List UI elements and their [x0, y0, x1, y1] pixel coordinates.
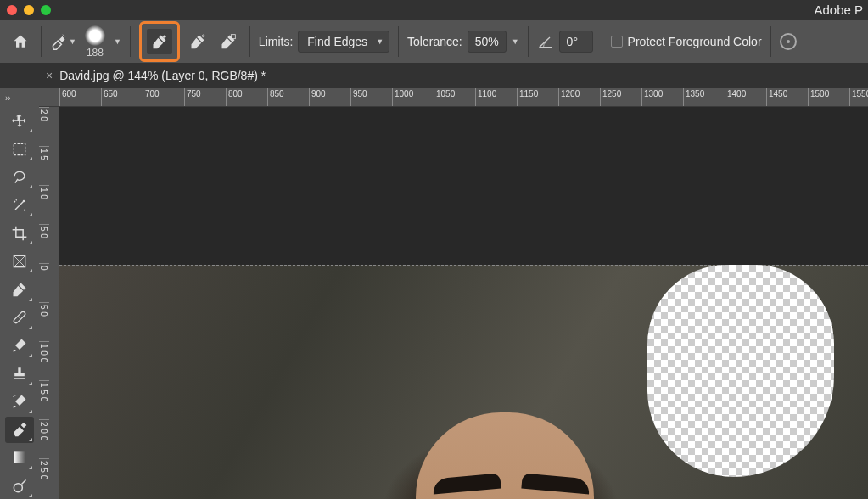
ruler-vertical[interactable]: 2 01 51 05 005 01 0 01 5 02 0 02 5 0 [39, 107, 59, 499]
wand-icon [11, 197, 28, 214]
ruler-tick: 1000 [392, 88, 434, 106]
healing-brush-tool[interactable] [5, 305, 34, 331]
divider [602, 26, 602, 57]
title-bar: Adobe P [0, 0, 868, 20]
ruler-tick: 1 5 0 [39, 380, 49, 419]
sampling-continuous-button[interactable] [147, 29, 172, 54]
pressure-size-button[interactable] [780, 33, 797, 50]
ruler-origin[interactable] [39, 88, 59, 107]
marquee-tool[interactable] [5, 136, 34, 162]
divider [249, 26, 250, 57]
ruler-tick: 850 [267, 88, 309, 106]
divider [130, 26, 131, 57]
gradient-icon [11, 449, 28, 466]
expand-toolbar-icon[interactable]: ›› [5, 93, 11, 103]
limits-value: Find Edges [307, 35, 367, 48]
brush-preview-icon [85, 25, 105, 46]
ruler-tick: 1200 [558, 88, 600, 106]
ruler-tick: 1 0 [39, 185, 49, 224]
checkbox-icon[interactable] [611, 36, 623, 48]
ruler-tick: 1350 [683, 88, 725, 106]
tool-preset-picker[interactable]: ▼ [50, 33, 76, 50]
chevron-down-icon[interactable]: ▼ [512, 37, 519, 46]
gradient-tool[interactable] [5, 445, 34, 471]
minimize-window-button[interactable] [24, 5, 34, 15]
svg-rect-8 [14, 452, 25, 463]
app-title: Adobe P [814, 3, 863, 17]
protect-foreground-option[interactable]: Protect Foreground Color [611, 35, 762, 48]
ruler-tick: 700 [143, 88, 184, 106]
divider [528, 26, 529, 57]
ruler-tick: 2 5 0 [39, 458, 49, 497]
brush-size-label: 188 [87, 47, 104, 59]
close-tab-icon[interactable]: × [46, 69, 53, 82]
ruler-tick: 650 [101, 88, 143, 106]
svg-point-1 [202, 35, 204, 37]
lasso-icon [11, 169, 28, 186]
quick-selection-tool[interactable] [5, 192, 34, 218]
stamp-icon [11, 365, 28, 382]
brush-icon [11, 337, 28, 354]
angle-icon [537, 33, 554, 50]
background-eraser-tool[interactable] [5, 417, 34, 443]
eyedropper-tool[interactable] [5, 276, 34, 302]
chevron-down-icon[interactable]: ▼ [114, 37, 121, 46]
window-controls [7, 5, 51, 15]
frame-tool[interactable] [5, 248, 34, 274]
brush-tool[interactable] [5, 333, 34, 359]
home-icon [12, 33, 29, 50]
ruler-tick: 1150 [517, 88, 558, 106]
svg-point-0 [163, 36, 165, 38]
divider [398, 26, 399, 57]
workspace: ›› 6006507007508008509009501000105011001… [0, 88, 868, 499]
brush-preset-picker[interactable]: 188 [85, 25, 105, 59]
svg-point-9 [14, 483, 22, 491]
ruler-tick: 1300 [641, 88, 683, 106]
clone-stamp-tool[interactable] [5, 361, 34, 387]
sampling-swatch-button[interactable] [216, 29, 241, 54]
tools-panel: ›› [0, 88, 39, 499]
ruler-tick: 1500 [808, 88, 849, 106]
angle-input[interactable]: 0° [559, 31, 593, 53]
dodge-tool[interactable] [5, 473, 34, 499]
ruler-tick: 1 5 [39, 146, 49, 185]
crop-tool[interactable] [5, 220, 34, 246]
lasso-tool[interactable] [5, 164, 34, 190]
ruler-tick: 5 0 [39, 302, 49, 341]
tolerance-input[interactable]: 50% [468, 31, 507, 53]
divider [41, 26, 42, 57]
ruler-tick: 2 0 [39, 107, 49, 146]
close-window-button[interactable] [7, 5, 17, 15]
eyedropper-swatch-icon [220, 33, 237, 50]
canvas[interactable] [59, 107, 868, 499]
move-tool[interactable] [5, 108, 34, 134]
tolerance-label: Tolerance: [407, 35, 462, 48]
ruler-tick: 2 0 0 [39, 419, 49, 458]
document-tab[interactable]: × David.jpg @ 144% (Layer 0, RGB/8#) * [46, 69, 266, 82]
ruler-horizontal[interactable]: 6006507007508008509009501000105011001150… [59, 88, 868, 107]
ruler-tick: 1550 [849, 88, 868, 106]
options-bar: ▼ 188 ▼ Limits: Find Edges ▼ Tolerance: … [0, 20, 868, 63]
home-button[interactable] [8, 30, 32, 53]
eyedropper-once-icon [189, 33, 206, 50]
document-area: 6006507007508008509009501000105011001150… [39, 88, 868, 499]
sampling-once-button[interactable] [185, 29, 210, 54]
eyedropper-continuous-icon [151, 33, 168, 50]
frame-icon [11, 253, 28, 270]
ruler-tick: 0 [39, 263, 49, 302]
chevron-down-icon: ▼ [376, 37, 384, 46]
eyedropper-icon [11, 281, 28, 298]
history-brush-tool[interactable] [5, 389, 34, 415]
ruler-tick: 1400 [725, 88, 766, 106]
ruler-tick: 1250 [600, 88, 641, 106]
background-eraser-icon [50, 33, 67, 50]
maximize-window-button[interactable] [41, 5, 51, 15]
svg-point-7 [19, 317, 20, 318]
ruler-tick: 800 [226, 88, 267, 106]
dodge-icon [11, 478, 28, 495]
ruler-tick: 900 [309, 88, 350, 106]
move-icon [11, 113, 28, 130]
marquee-icon [11, 141, 28, 158]
limits-dropdown[interactable]: Find Edges ▼ [298, 31, 389, 53]
sampling-continuous-highlight [139, 21, 180, 62]
